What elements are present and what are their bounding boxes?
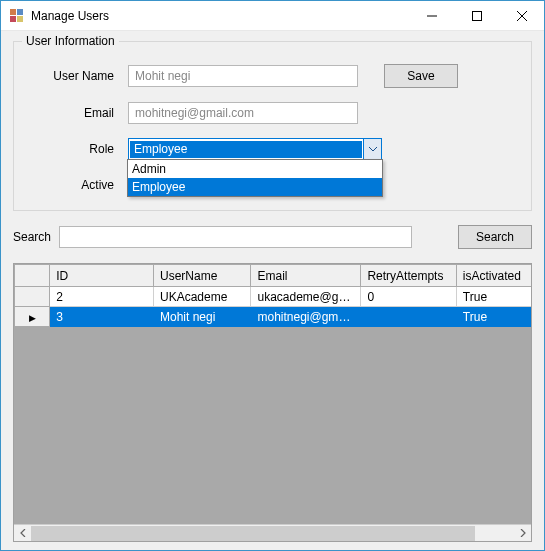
cell[interactable]: Mohit negi <box>153 307 251 327</box>
search-label: Search <box>13 230 51 244</box>
titlebar[interactable]: Manage Users <box>1 1 544 31</box>
col-activated[interactable]: isActivated <box>456 265 531 287</box>
col-retry[interactable]: RetryAttempts <box>361 265 456 287</box>
scroll-left-icon[interactable] <box>14 525 31 542</box>
role-dropdown[interactable]: Employee <box>128 138 382 160</box>
user-info-group: User Information User Name Save Email Ro… <box>13 41 532 211</box>
search-input[interactable] <box>59 226 412 248</box>
row-header[interactable]: ▶ <box>15 307 50 327</box>
scroll-track[interactable] <box>31 525 514 542</box>
cell[interactable]: 2 <box>50 287 154 307</box>
scroll-thumb[interactable] <box>31 526 475 541</box>
cell[interactable]: ukacademe@gm... <box>251 287 361 307</box>
email-input[interactable] <box>128 102 358 124</box>
maximize-button[interactable] <box>454 1 499 30</box>
svg-rect-3 <box>17 16 23 22</box>
table-row[interactable]: 2UKAcademeukacademe@gm...0True <box>15 287 532 307</box>
client-area: User Information User Name Save Email Ro… <box>1 31 544 550</box>
col-id[interactable]: ID <box>50 265 154 287</box>
close-button[interactable] <box>499 1 544 30</box>
active-label: Active <box>28 178 128 192</box>
role-option-admin[interactable]: Admin <box>128 160 382 178</box>
scroll-right-icon[interactable] <box>514 525 531 542</box>
svg-rect-2 <box>10 16 16 22</box>
col-username[interactable]: UserName <box>153 265 251 287</box>
svg-rect-0 <box>10 9 16 15</box>
app-icon <box>9 8 25 24</box>
role-dropdown-list: Admin Employee <box>127 159 383 197</box>
cell[interactable]: 0 <box>361 287 456 307</box>
minimize-button[interactable] <box>409 1 454 30</box>
users-grid[interactable]: ID UserName Email RetryAttempts isActiva… <box>13 263 532 542</box>
svg-rect-1 <box>17 9 23 15</box>
cell[interactable]: mohitnegi@gmail.... <box>251 307 361 327</box>
table-row[interactable]: ▶3Mohit negimohitnegi@gmail....True <box>15 307 532 327</box>
username-input[interactable] <box>128 65 358 87</box>
cell[interactable]: True <box>456 307 531 327</box>
group-title: User Information <box>22 34 119 48</box>
role-selected-text: Employee <box>130 141 362 158</box>
role-option-employee[interactable]: Employee <box>128 178 382 196</box>
window-frame: Manage Users User Information User Name … <box>0 0 545 551</box>
cell[interactable]: 3 <box>50 307 154 327</box>
grid-header-row: ID UserName Email RetryAttempts isActiva… <box>15 265 532 287</box>
row-header[interactable] <box>15 287 50 307</box>
chevron-down-icon[interactable] <box>363 139 381 159</box>
email-label: Email <box>28 106 128 120</box>
row-indicator-icon: ▶ <box>29 313 36 323</box>
window-title: Manage Users <box>31 9 409 23</box>
horizontal-scrollbar[interactable] <box>14 524 531 541</box>
username-label: User Name <box>28 69 128 83</box>
grid-corner[interactable] <box>15 265 50 287</box>
cell[interactable] <box>361 307 456 327</box>
role-label: Role <box>28 142 128 156</box>
col-email[interactable]: Email <box>251 265 361 287</box>
save-button[interactable]: Save <box>384 64 458 88</box>
cell[interactable]: UKAcademe <box>153 287 251 307</box>
cell[interactable]: True <box>456 287 531 307</box>
search-button[interactable]: Search <box>458 225 532 249</box>
svg-rect-5 <box>472 11 481 20</box>
